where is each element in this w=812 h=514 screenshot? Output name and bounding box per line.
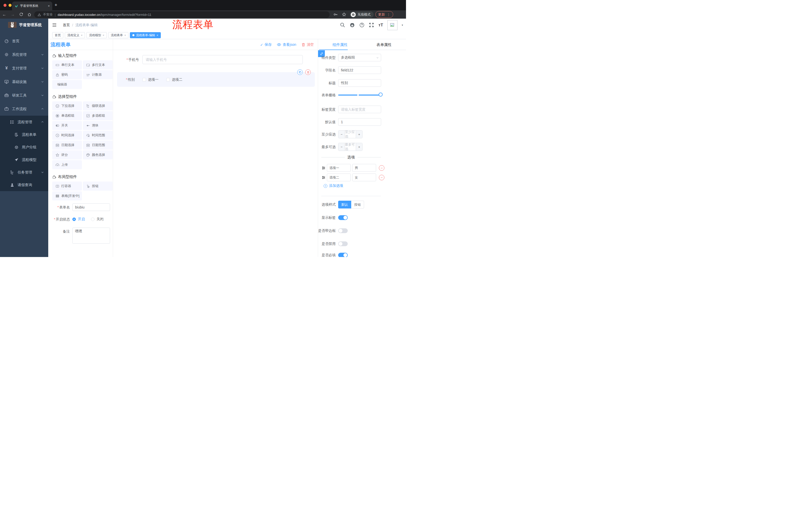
page-tab-process-form[interactable]: 流程表单 × (108, 32, 128, 38)
browser-menu-kebab-icon[interactable]: ⋮ (387, 12, 390, 17)
sidebar-item-process-model[interactable]: 流程模型 (0, 154, 48, 166)
slider-track[interactable] (338, 94, 380, 96)
gender-option1-checkbox[interactable]: 选项一 (142, 77, 158, 82)
component-type-select[interactable]: 多选框组 (338, 54, 381, 61)
breadcrumb-home[interactable]: 首页 (63, 23, 70, 27)
min-select-value[interactable]: 至少应选 (345, 131, 356, 138)
avatar-caret-icon[interactable]: ▾ (402, 24, 403, 26)
option1-value-input[interactable] (352, 164, 376, 172)
selected-component-gender[interactable]: *性别 选项一 选项二 (117, 72, 315, 87)
close-tab-icon[interactable]: × (103, 34, 104, 37)
component-checkbox-group[interactable]: 多选框组 (83, 111, 113, 120)
form-remark-textarea[interactable]: 嘿嘿 (72, 227, 110, 244)
help-button[interactable] (359, 22, 365, 28)
component-date-picker[interactable]: 日期选择 (52, 141, 82, 150)
option2-value-input[interactable] (352, 173, 376, 181)
github-icon[interactable] (349, 22, 355, 28)
sidebar-item-leave-query[interactable]: 请假查询 (0, 179, 48, 191)
copy-component-button[interactable] (297, 70, 303, 75)
component-password[interactable]: 密码 (52, 70, 82, 79)
sidebar-item-system[interactable]: 系统管理 (0, 48, 48, 61)
style-default-button[interactable]: 默认 (338, 201, 351, 209)
avatar[interactable] (387, 20, 398, 30)
label-width-input[interactable] (338, 106, 381, 113)
close-tab-icon[interactable]: × (156, 34, 158, 37)
sidebar-item-process-mgmt[interactable]: 流程管理 (0, 116, 48, 128)
option1-label-input[interactable] (327, 164, 351, 172)
sidebar-item-payment[interactable]: ¥ 支付管理 (0, 61, 48, 75)
gender-option2-checkbox[interactable]: 选项二 (166, 77, 182, 82)
view-json-button[interactable]: 查看json (277, 43, 296, 47)
component-switch[interactable]: 开关 (52, 121, 82, 130)
style-button-button[interactable]: 按钮 (351, 201, 364, 209)
tab-component-props[interactable]: 组件属性 (318, 39, 362, 50)
decrease-button[interactable]: − (339, 143, 345, 151)
sidebar-item-infra[interactable]: 基础设施 (0, 75, 48, 88)
sidebar-item-home[interactable]: 首页 (0, 34, 48, 48)
sidebar-item-task-mgmt[interactable]: 任务管理 (0, 166, 48, 179)
fullscreen-icon[interactable] (369, 22, 374, 28)
search-icon[interactable] (340, 22, 345, 28)
component-slider[interactable]: 滑块 (83, 121, 113, 130)
required-toggle[interactable] (338, 253, 348, 257)
slider-handle[interactable] (379, 92, 383, 97)
sidebar-item-devtools[interactable]: 研发工具 (0, 88, 48, 102)
status-off-radio[interactable]: 关闭 (91, 217, 104, 221)
disabled-toggle[interactable] (338, 241, 348, 246)
page-tab-process-form-edit[interactable]: 流程表单-编辑 × (130, 32, 161, 38)
bookmark-star-button[interactable] (342, 10, 346, 19)
field-name-input[interactable] (338, 66, 381, 74)
increase-button[interactable]: + (356, 143, 362, 151)
forward-button[interactable]: → (11, 10, 15, 19)
component-editor[interactable]: 编辑器 (52, 80, 82, 89)
component-counter[interactable]: 123 计数器 (83, 70, 113, 79)
component-cascader[interactable]: 级联选择 (83, 101, 113, 110)
clear-button[interactable]: 清空 (301, 43, 314, 47)
sidebar-item-process-form[interactable]: 流程表单 (0, 128, 48, 141)
form-name-input[interactable] (72, 204, 110, 211)
checkbox-box[interactable] (142, 78, 146, 81)
max-select-value[interactable]: 最多可选 (345, 143, 356, 151)
component-single-line-text[interactable]: 单行文本 (52, 60, 82, 70)
drag-handle-icon[interactable] (322, 176, 325, 179)
close-tab-icon[interactable]: × (81, 34, 82, 37)
page-tab-home[interactable]: 首页 (52, 32, 63, 38)
sidebar-item-user-group[interactable]: 用户分组 (0, 141, 48, 154)
update-button[interactable]: 更新 ⋮ (375, 11, 393, 18)
save-button[interactable]: ✓ 保存 (260, 43, 272, 47)
phone-field-input[interactable] (142, 55, 303, 64)
new-tab-button[interactable]: + (55, 2, 57, 8)
component-multi-line-text[interactable]: 多行文本 (83, 60, 113, 70)
show-label-toggle[interactable] (338, 215, 348, 220)
browser-tab[interactable]: 芋道管理系统 × (12, 1, 52, 10)
font-size-button[interactable]: тT (378, 23, 383, 28)
component-table-dev[interactable]: 表格[开发中] (52, 191, 82, 200)
decrease-button[interactable]: − (339, 131, 345, 138)
minimize-window-button[interactable] (8, 4, 11, 7)
page-tab-process-definition[interactable]: 流程定义 × (65, 32, 85, 38)
close-tab-icon[interactable]: × (124, 34, 126, 37)
option2-label-input[interactable] (327, 173, 351, 181)
close-tab-icon[interactable]: × (48, 4, 50, 8)
border-toggle[interactable] (338, 228, 348, 233)
component-upload[interactable]: 上传 (52, 160, 82, 169)
drag-handle-icon[interactable] (322, 166, 325, 170)
tab-form-props[interactable]: 表单属性 (362, 39, 406, 50)
title-input[interactable] (338, 79, 381, 87)
component-color-picker[interactable]: 颜色选择 (83, 151, 113, 159)
add-option-button[interactable]: + 添加选项 (324, 184, 343, 188)
default-value-input[interactable] (338, 118, 381, 126)
page-tab-process-model[interactable]: 流程模型 × (86, 32, 107, 38)
component-rate[interactable]: 评分 (52, 151, 82, 159)
address-bar[interactable]: 不安全 | dashboard.yudao.iocoder.cn/bpm/man… (34, 11, 330, 18)
reload-button[interactable] (19, 10, 23, 19)
home-button[interactable] (27, 10, 31, 19)
component-time-range[interactable]: 时间范围 (83, 131, 113, 140)
component-date-range[interactable]: 日期范围 (83, 141, 113, 150)
delete-component-button[interactable] (305, 70, 311, 75)
close-window-button[interactable] (3, 4, 6, 7)
remove-option1-button[interactable]: − (379, 165, 384, 171)
form-grid-slider[interactable] (338, 91, 381, 99)
component-row-container[interactable]: 行容器 (52, 182, 82, 191)
password-key-button[interactable] (334, 10, 338, 19)
